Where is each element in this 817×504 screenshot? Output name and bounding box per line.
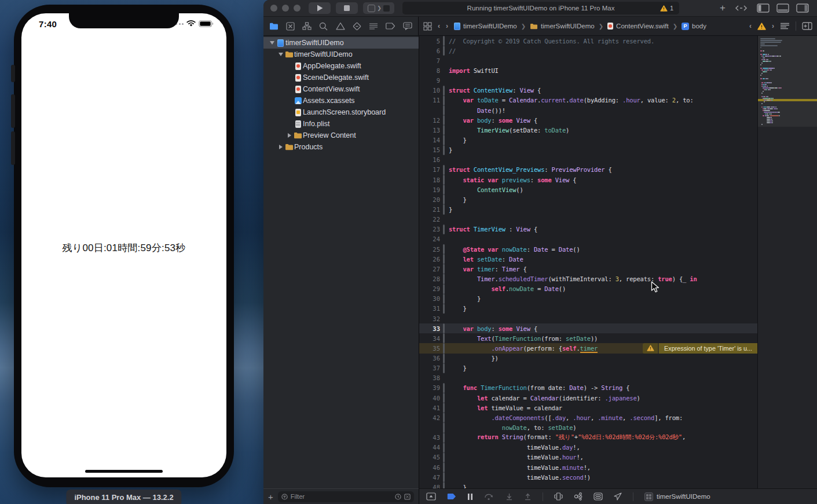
code-line[interactable]: 34 Text(TimerFunction(from: setDate)) [419, 333, 757, 343]
tab-report-navigator[interactable] [403, 22, 412, 30]
code-line[interactable]: 12 var body: some View { [419, 115, 757, 125]
go-back-button[interactable]: ‹ [438, 22, 440, 30]
next-issue-button[interactable]: › [772, 22, 774, 30]
tab-debug-navigator[interactable] [369, 23, 378, 30]
disclosure-triangle-icon[interactable] [270, 41, 274, 45]
breadcrumb-group[interactable]: timerSwiftUIDemo [530, 23, 595, 30]
related-items-icon[interactable] [423, 22, 432, 31]
scheme-selector[interactable]: ❯ [363, 2, 394, 14]
breadcrumb-symbol[interactable]: P body [682, 23, 706, 30]
recent-files-icon[interactable] [395, 494, 401, 500]
tab-breakpoint-navigator[interactable] [386, 23, 395, 30]
code-line[interactable]: 35 .onAppear(perform: {self.timerExpress… [419, 343, 757, 353]
issue-warning-icon[interactable] [757, 23, 766, 30]
file-tree-item[interactable]: SceneDelegate.swift [263, 72, 419, 83]
disclosure-triangle-icon[interactable] [279, 145, 283, 149]
add-file-button[interactable]: + [268, 492, 273, 502]
code-line[interactable]: 7 [419, 56, 757, 65]
code-line[interactable]: 47 timeValue.second!) [419, 472, 757, 482]
toggle-bottom-panel-button[interactable] [776, 3, 789, 13]
step-over-button[interactable] [484, 493, 494, 501]
run-button[interactable] [309, 2, 331, 14]
code-line[interactable]: 46 timeValue.minute!, [419, 462, 757, 472]
view-hierarchy-button[interactable] [554, 492, 563, 501]
step-into-button[interactable] [505, 493, 513, 501]
tab-project-navigator[interactable] [269, 23, 279, 30]
simulator-screen[interactable]: 7:40 残り00日:01時間:59分:53秒 [21, 13, 226, 477]
step-out-button[interactable] [524, 493, 532, 501]
code-line[interactable]: 16 [419, 155, 757, 165]
toggle-right-panel-button[interactable] [796, 3, 809, 13]
code-line[interactable]: 23struct TimerView : View { [419, 225, 757, 234]
file-tree-item[interactable]: Products [263, 141, 419, 153]
activity-status-window[interactable]: Running timerSwiftUIDemo on iPhone 11 Pr… [402, 2, 679, 14]
debug-process-badge[interactable]: timerSwiftUIDemo [644, 492, 710, 501]
code-line[interactable]: 29 self.nowDate = Date() [419, 284, 757, 294]
file-tree-item[interactable]: ContentView.swift [263, 83, 419, 95]
code-line[interactable]: 36 }) [419, 354, 757, 363]
file-tree-item[interactable]: timerSwiftUIDemo [263, 49, 419, 60]
code-line[interactable]: 20 } [419, 194, 757, 204]
disclosure-triangle-icon[interactable] [288, 133, 291, 138]
code-line[interactable]: 25 @State var nowDate: Date = Date() [419, 244, 757, 254]
code-line[interactable]: 11 var toDate = Calendar.current.date(by… [419, 95, 757, 105]
code-line[interactable]: 39 func TimerFunction(from date: Date) -… [419, 383, 757, 393]
code-line[interactable]: 17struct ContentView_Previews: PreviewPr… [419, 165, 757, 175]
code-line[interactable]: 37 } [419, 363, 757, 373]
code-line[interactable]: Date())! [419, 105, 757, 115]
memory-graph-button[interactable] [574, 492, 582, 501]
code-line[interactable]: 33 var body: some View { [419, 323, 757, 333]
tab-test-navigator[interactable] [353, 22, 361, 31]
code-line[interactable]: 42 .dateComponents([.day, .hour, .minute… [419, 413, 757, 422]
stop-button[interactable] [336, 2, 358, 14]
toggle-debug-area-button[interactable] [426, 492, 436, 501]
code-line[interactable]: 6// [419, 46, 757, 56]
iphone-simulator-window[interactable]: 7:40 残り00日:01時間:59分:53秒 [14, 5, 234, 487]
code-editor-text-area[interactable]: 5// Copyright © 2019 Catch Questions. Al… [419, 36, 757, 488]
code-line[interactable]: 24 [419, 234, 757, 244]
code-line[interactable]: 26 let setDate: Date [419, 254, 757, 264]
breakpoints-toggle-button[interactable] [447, 493, 456, 500]
code-line[interactable]: 21} [419, 204, 757, 214]
code-line[interactable]: 15} [419, 145, 757, 155]
file-tree-item[interactable]: Info.plist [263, 118, 419, 130]
window-traffic-lights[interactable] [270, 5, 301, 12]
disclosure-triangle-icon[interactable] [279, 53, 283, 56]
inline-warning-annotation[interactable]: Expression of type 'Timer' is u... [643, 343, 757, 353]
code-line[interactable]: 38 [419, 373, 757, 383]
code-line[interactable]: 40 let calendar = Calendar(identifier: .… [419, 393, 757, 403]
source-control-status-icon[interactable] [404, 494, 411, 500]
warning-count-badge[interactable]: 1 [660, 5, 673, 12]
minimap[interactable] [757, 36, 817, 488]
toggle-left-panel-button[interactable] [757, 3, 770, 13]
file-tree-item[interactable]: LaunchScreen.storyboard [263, 106, 419, 118]
file-tree-item[interactable]: AppDelegate.swift [263, 60, 419, 72]
tab-find-navigator[interactable] [319, 22, 328, 31]
code-line[interactable]: 30 } [419, 294, 757, 304]
tab-symbol-navigator[interactable] [302, 22, 312, 30]
file-tree-item[interactable]: Preview Content [263, 130, 419, 141]
filter-field[interactable]: Filter [278, 491, 414, 502]
code-line[interactable]: 14 } [419, 135, 757, 145]
code-line[interactable]: 41 let timeValue = calendar [419, 403, 757, 413]
add-new-tab-button[interactable]: + [720, 3, 726, 13]
code-line[interactable]: 19 ContentView() [419, 185, 757, 194]
minimap-toggle-icon[interactable] [780, 23, 790, 30]
code-line[interactable]: nowDate, to: setDate) [419, 422, 757, 432]
tab-source-control[interactable] [286, 22, 295, 31]
breadcrumb-project[interactable]: timerSwiftUIDemo [454, 23, 517, 30]
file-tree-item[interactable]: timerSwiftUIDemo [263, 37, 419, 49]
code-line[interactable]: 45 timeValue.hour!, [419, 453, 757, 462]
add-editor-button[interactable] [802, 22, 812, 30]
code-line[interactable]: 18 static var previews: some View { [419, 175, 757, 185]
code-line[interactable]: 43 return String(format: "残り"+"%02d日:%02… [419, 433, 757, 443]
go-forward-button[interactable]: › [446, 22, 448, 30]
home-indicator[interactable] [85, 470, 163, 473]
code-line[interactable]: 9 [419, 76, 757, 86]
code-line[interactable]: 44 timeValue.day!, [419, 443, 757, 453]
code-line[interactable]: 32 [419, 314, 757, 323]
simulate-location-button[interactable] [614, 492, 622, 501]
code-line[interactable]: 31 } [419, 304, 757, 314]
code-line[interactable]: 8import SwiftUI [419, 65, 757, 75]
previous-issue-button[interactable]: ‹ [749, 22, 752, 30]
